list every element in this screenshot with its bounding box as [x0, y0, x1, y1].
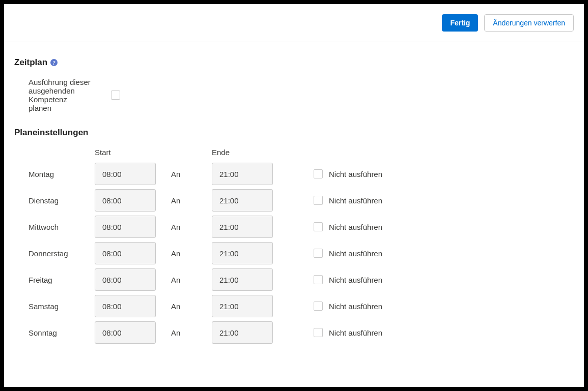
end-time-input[interactable] [212, 163, 273, 185]
start-time-input[interactable] [95, 163, 156, 185]
norun-label: Nicht ausführen [329, 328, 574, 337]
day-label: Sonntag [29, 328, 95, 337]
done-button[interactable]: Fertig [442, 14, 478, 32]
norun-checkbox[interactable] [314, 196, 323, 205]
discard-button[interactable]: Änderungen verwerfen [484, 14, 574, 32]
plan-execution-label: Ausführung dieser ausgehenden Kompetenz … [14, 78, 91, 112]
schedule-row-sonntag: Sonntag An Nicht ausführen [29, 321, 574, 344]
to-label: An [171, 276, 212, 284]
to-label: An [171, 328, 212, 337]
norun-checkbox[interactable] [314, 302, 323, 311]
start-time-input[interactable] [95, 321, 156, 344]
plan-execution-row: Ausführung dieser ausgehenden Kompetenz … [14, 78, 574, 112]
schedule-header: Start Ende [29, 148, 574, 157]
to-label: An [171, 223, 212, 231]
plan-settings-title: Planeinstellungen [14, 128, 574, 138]
schedule-row-montag: Montag An Nicht ausführen [29, 163, 574, 185]
norun-checkbox[interactable] [314, 249, 323, 258]
end-time-input[interactable] [212, 216, 273, 238]
day-label: Montag [29, 170, 95, 178]
col-header-end: Ende [212, 148, 314, 157]
to-label: An [171, 249, 212, 258]
start-time-input[interactable] [95, 242, 156, 264]
schedule-row-freitag: Freitag An Nicht ausführen [29, 268, 574, 291]
day-label: Donnerstag [29, 249, 95, 258]
schedule-row-mittwoch: Mittwoch An Nicht ausführen [29, 216, 574, 238]
settings-panel: Fertig Änderungen verwerfen Zeitplan ? A… [4, 4, 584, 387]
end-time-input[interactable] [212, 321, 273, 344]
schedule-table: Start Ende Montag An Nicht ausführen Die… [14, 148, 574, 344]
norun-checkbox[interactable] [314, 328, 323, 337]
header-bar: Fertig Änderungen verwerfen [4, 4, 584, 42]
norun-checkbox[interactable] [314, 222, 323, 231]
end-time-input[interactable] [212, 268, 273, 291]
start-time-input[interactable] [95, 268, 156, 291]
schedule-row-dienstag: Dienstag An Nicht ausführen [29, 189, 574, 212]
to-label: An [171, 196, 212, 205]
end-time-input[interactable] [212, 295, 273, 317]
start-time-input[interactable] [95, 216, 156, 238]
schedule-row-donnerstag: Donnerstag An Nicht ausführen [29, 242, 574, 264]
day-label: Mittwoch [29, 223, 95, 231]
to-label: An [171, 302, 212, 311]
content-area: Zeitplan ? Ausführung dieser ausgehenden… [4, 42, 584, 363]
schedule-title-row: Zeitplan ? [14, 57, 574, 68]
schedule-title: Zeitplan [14, 57, 47, 68]
norun-label: Nicht ausführen [329, 223, 574, 231]
norun-checkbox[interactable] [314, 275, 323, 284]
schedule-row-samstag: Samstag An Nicht ausführen [29, 295, 574, 317]
norun-label: Nicht ausführen [329, 302, 574, 311]
help-icon[interactable]: ? [50, 59, 58, 66]
plan-execution-checkbox[interactable] [111, 91, 120, 100]
norun-label: Nicht ausführen [329, 276, 574, 284]
norun-checkbox[interactable] [314, 169, 323, 178]
norun-label: Nicht ausführen [329, 196, 574, 205]
day-label: Dienstag [29, 196, 95, 205]
end-time-input[interactable] [212, 189, 273, 212]
norun-label: Nicht ausführen [329, 249, 574, 258]
to-label: An [171, 170, 212, 178]
end-time-input[interactable] [212, 242, 273, 264]
col-header-start: Start [95, 148, 171, 157]
day-label: Samstag [29, 302, 95, 311]
start-time-input[interactable] [95, 295, 156, 317]
norun-label: Nicht ausführen [329, 170, 574, 178]
day-label: Freitag [29, 276, 95, 284]
start-time-input[interactable] [95, 189, 156, 212]
